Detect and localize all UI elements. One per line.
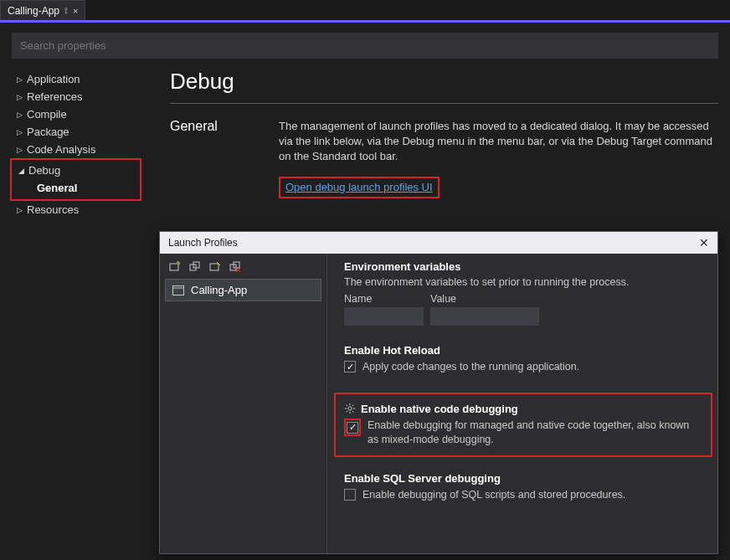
env-name-header: Name	[344, 293, 424, 305]
sidebar: ▷ Application ▷ References ▷ Compile ▷ P…	[12, 69, 150, 560]
native-label: Enable debugging for managed and native …	[368, 419, 702, 447]
hot-reload-label: Apply code changes to the running applic…	[362, 360, 579, 374]
project-icon	[172, 285, 184, 295]
sidebar-item-compile[interactable]: ▷ Compile	[12, 105, 150, 123]
sidebar-item-label: References	[27, 90, 82, 103]
sidebar-item-label: Code Analysis	[27, 143, 95, 156]
rename-profile-icon[interactable]	[208, 260, 222, 274]
sidebar-item-package[interactable]: ▷ Package	[12, 123, 150, 141]
dialog-left-panel: Calling-App	[160, 254, 327, 553]
env-title: Environment variables	[344, 260, 707, 273]
section-heading: General	[170, 119, 279, 198]
env-table: Name Value	[344, 293, 707, 326]
sidebar-item-resources[interactable]: ▷ Resources	[12, 201, 150, 218]
divider	[170, 103, 718, 104]
chevron-right-icon: ▷	[13, 75, 25, 84]
new-profile-icon[interactable]	[168, 260, 182, 274]
section-description: The management of launch profiles has mo…	[279, 119, 718, 165]
sql-title: Enable SQL Server debugging	[344, 472, 707, 485]
close-icon[interactable]: ×	[73, 6, 78, 16]
dialog-titlebar[interactable]: Launch Profiles ✕	[160, 232, 717, 254]
close-icon[interactable]: ✕	[699, 236, 709, 249]
sidebar-item-application[interactable]: ▷ Application	[12, 70, 150, 88]
sidebar-item-debug[interactable]: ◢ Debug	[13, 162, 138, 179]
profile-toolbar	[165, 259, 321, 279]
dialog-body: Calling-App Environment variables The en…	[160, 254, 717, 553]
open-launch-profiles-link[interactable]: Open debug launch profiles UI	[285, 181, 433, 193]
sidebar-highlight: ◢ Debug General	[10, 158, 141, 201]
launch-profiles-dialog: Launch Profiles ✕	[159, 231, 718, 554]
pin-icon[interactable]: ⟟	[64, 6, 68, 16]
section-general: General The management of launch profile…	[170, 119, 718, 198]
profile-list-item[interactable]: Calling-App	[165, 279, 321, 301]
dialog-title: Launch Profiles	[168, 237, 238, 249]
sidebar-item-label: Package	[27, 126, 69, 138]
sidebar-item-label: Application	[27, 73, 80, 85]
svg-line-16	[347, 405, 348, 407]
hot-reload-checkbox[interactable]: ✓	[344, 361, 356, 372]
sidebar-item-references[interactable]: ▷ References	[12, 88, 150, 105]
profile-name: Calling-App	[191, 284, 247, 296]
svg-rect-0	[170, 264, 178, 270]
chevron-right-icon: ▷	[13, 146, 25, 154]
env-desc: The environment variables to set prior t…	[344, 276, 707, 288]
chevron-down-icon: ◢	[15, 167, 27, 175]
env-value-header: Value	[430, 293, 539, 305]
svg-rect-3	[210, 264, 218, 270]
native-debug-highlight: Enable native code debugging ✓ Enable de…	[334, 393, 712, 457]
sql-label: Enable debugging of SQL scripts and stor…	[362, 488, 625, 502]
env-variables-group: Environment variables The environment va…	[344, 260, 707, 326]
svg-point-11	[348, 407, 352, 410]
section-body: The management of launch profiles has mo…	[279, 119, 718, 198]
chevron-right-icon: ▷	[13, 93, 25, 101]
search-input[interactable]	[12, 33, 718, 59]
chevron-right-icon: ▷	[13, 110, 25, 119]
chevron-right-icon: ▷	[13, 128, 25, 136]
tab-bar: Calling-App ⟟ ×	[0, 0, 730, 20]
gear-icon	[344, 403, 356, 414]
hot-reload-group: Enable Hot Reload ✓ Apply code changes t…	[344, 344, 707, 374]
sidebar-item-label: Resources	[27, 203, 79, 216]
page-title: Debug	[170, 69, 718, 95]
duplicate-profile-icon[interactable]	[188, 260, 202, 274]
sidebar-item-label: Debug	[28, 164, 60, 177]
native-title-text: Enable native code debugging	[361, 403, 518, 415]
document-tab[interactable]: Calling-App ⟟ ×	[0, 0, 85, 20]
hot-reload-title: Enable Hot Reload	[344, 344, 707, 357]
tab-title: Calling-App	[8, 5, 59, 17]
env-value-input[interactable]	[430, 307, 539, 326]
svg-rect-9	[173, 285, 184, 295]
native-checkbox-highlight: ✓	[344, 419, 361, 436]
env-name-input[interactable]	[344, 307, 424, 326]
dialog-right-panel: Environment variables The environment va…	[327, 254, 717, 553]
svg-line-17	[352, 411, 354, 413]
sidebar-item-label: Compile	[27, 108, 67, 121]
sidebar-item-label: General	[37, 182, 77, 194]
sql-debug-group: Enable SQL Server debugging Enable debug…	[344, 472, 707, 502]
svg-line-19	[347, 411, 348, 413]
svg-line-18	[352, 405, 354, 407]
sql-debug-checkbox[interactable]	[344, 489, 356, 501]
native-debug-checkbox[interactable]: ✓	[347, 422, 358, 434]
native-title: Enable native code debugging	[344, 403, 702, 415]
delete-profile-icon[interactable]	[229, 260, 242, 274]
link-highlight: Open debug launch profiles UI	[279, 177, 440, 198]
sidebar-item-debug-general[interactable]: General	[13, 179, 138, 197]
sidebar-item-code-analysis[interactable]: ▷ Code Analysis	[12, 141, 150, 158]
chevron-right-icon: ▷	[13, 206, 25, 214]
